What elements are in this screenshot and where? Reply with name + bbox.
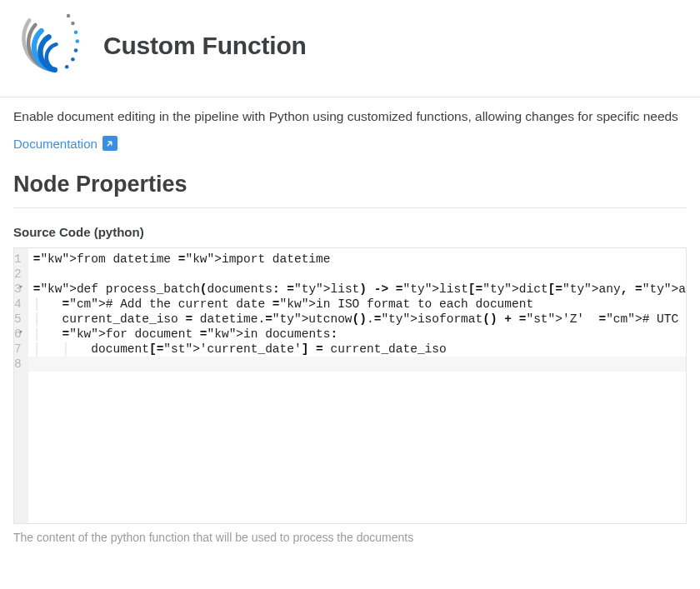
header: Custom Function — [0, 0, 700, 88]
svg-point-3 — [76, 39, 80, 43]
svg-point-6 — [65, 65, 69, 69]
source-code-label: Source Code (python) — [0, 225, 700, 247]
svg-point-0 — [67, 14, 71, 18]
logo — [13, 8, 93, 83]
documentation-link-label: Documentation — [13, 137, 98, 151]
source-code-help: The content of the python function that … — [0, 524, 700, 544]
documentation-link[interactable]: Documentation — [0, 124, 131, 151]
svg-point-2 — [74, 31, 78, 35]
page-title: Custom Function — [103, 32, 307, 60]
editor-gutter: 123▾456▾78 — [14, 248, 28, 523]
svg-point-4 — [74, 48, 78, 52]
external-link-icon — [102, 136, 118, 151]
section-title: Node Properties — [0, 152, 700, 207]
source-code-editor[interactable]: 123▾456▾78 ="kw">from datetime ="kw">imp… — [13, 247, 687, 524]
editor-code-area[interactable]: ="kw">from datetime ="kw">import datetim… — [28, 248, 687, 523]
svg-point-5 — [71, 57, 75, 62]
description-text: Enable document editing in the pipeline … — [0, 97, 700, 124]
svg-point-1 — [71, 22, 75, 26]
section-divider — [13, 207, 687, 208]
